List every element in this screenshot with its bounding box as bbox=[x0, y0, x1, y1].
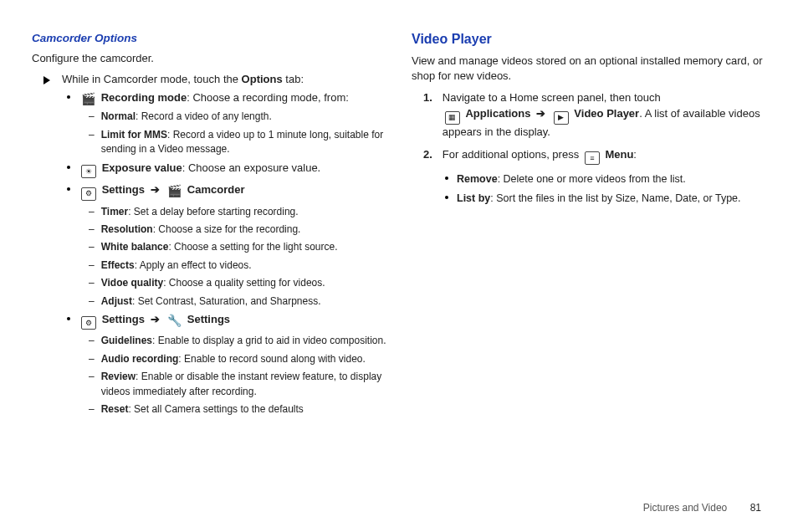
dot-bullet-icon bbox=[445, 196, 448, 199]
dash-reset: –Reset: Set all Camera settings to the d… bbox=[89, 402, 386, 417]
dash-timer: –Timer: Set a delay before starting reco… bbox=[89, 205, 386, 219]
step-1: 1. Navigate to a Home screen panel, then… bbox=[423, 90, 766, 140]
bullet-recording-mode: 🎬 Recording mode: Choose a recording mod… bbox=[67, 90, 386, 105]
heading-camcorder-options: Camcorder Options bbox=[32, 32, 386, 44]
dash-review: –Review: Enable or disable the instant r… bbox=[89, 370, 386, 399]
step-text: While in Camcorder mode, touch the Optio… bbox=[62, 73, 304, 85]
bullet-remove: Remove: Delete one or more videos from t… bbox=[445, 171, 766, 187]
camcorder-icon: 🎬 bbox=[167, 185, 182, 197]
gear-icon: ⚙ bbox=[81, 316, 96, 330]
menu-icon: ≡ bbox=[585, 151, 600, 165]
gear-icon: ⚙ bbox=[81, 187, 96, 201]
step-2: 2. For additional options, press ≡ Menu: bbox=[423, 147, 766, 166]
footer-section: Pictures and Video bbox=[643, 502, 728, 514]
dot-bullet-icon bbox=[67, 166, 70, 169]
dot-bullet-icon bbox=[445, 176, 448, 180]
camcorder-icon: 🎬 bbox=[81, 93, 95, 105]
wrench-icon: 🔧 bbox=[167, 315, 182, 326]
footer: Pictures and Video 81 bbox=[643, 502, 761, 514]
intro-left: Configure the camcorder. bbox=[32, 51, 386, 66]
bullet-list-by: List by: Sort the files in the list by S… bbox=[445, 191, 766, 206]
right-column: Video Player View and manage videos stor… bbox=[412, 32, 766, 468]
triangle-bullet-icon bbox=[43, 76, 50, 84]
intro-right: View and manage videos stored on an opti… bbox=[412, 54, 766, 84]
dot-bullet-icon bbox=[67, 187, 70, 191]
dash-normal: –Normal: Record a video of any length. bbox=[89, 110, 386, 124]
footer-page-number: 81 bbox=[750, 502, 761, 514]
dot-bullet-icon bbox=[67, 317, 70, 320]
bullet-settings-camcorder: ⚙ Settings ➔ 🎬 Camcorder bbox=[67, 182, 386, 201]
step-row: While in Camcorder mode, touch the Optio… bbox=[43, 73, 386, 85]
dash-white-balance: –White balance: Choose a setting for the… bbox=[89, 240, 386, 254]
left-column: Camcorder Options Configure the camcorde… bbox=[32, 32, 386, 468]
dash-audio-recording: –Audio recording: Enable to record sound… bbox=[89, 352, 386, 366]
dash-effects: –Effects: Apply an effect to videos. bbox=[89, 258, 386, 273]
video-player-icon: ▶ bbox=[554, 111, 569, 125]
exposure-icon: ☀ bbox=[81, 165, 96, 178]
bullet-exposure-value: ☀ Exposure value: Choose an exposure val… bbox=[67, 161, 386, 179]
dash-video-quality: –Vidoe quality: Choose a quality setting… bbox=[89, 276, 386, 290]
dash-adjust: –Adjust: Set Contrast, Saturation, and S… bbox=[89, 294, 386, 309]
dash-limit-mms: –Limit for MMS: Record a video up to 1 m… bbox=[89, 128, 386, 157]
dash-guidelines: –Guidelines: Enable to display a grid to… bbox=[89, 334, 386, 348]
apps-grid-icon: ▦ bbox=[445, 111, 460, 125]
bullet-settings-settings: ⚙ Settings ➔ 🔧 Settings bbox=[67, 312, 386, 330]
heading-video-player: Video Player bbox=[412, 32, 766, 47]
page: Camcorder Options Configure the camcorde… bbox=[0, 0, 798, 468]
dot-bullet-icon bbox=[67, 95, 70, 99]
dash-resolution: –Resolution: Choose a size for the recor… bbox=[89, 223, 386, 237]
